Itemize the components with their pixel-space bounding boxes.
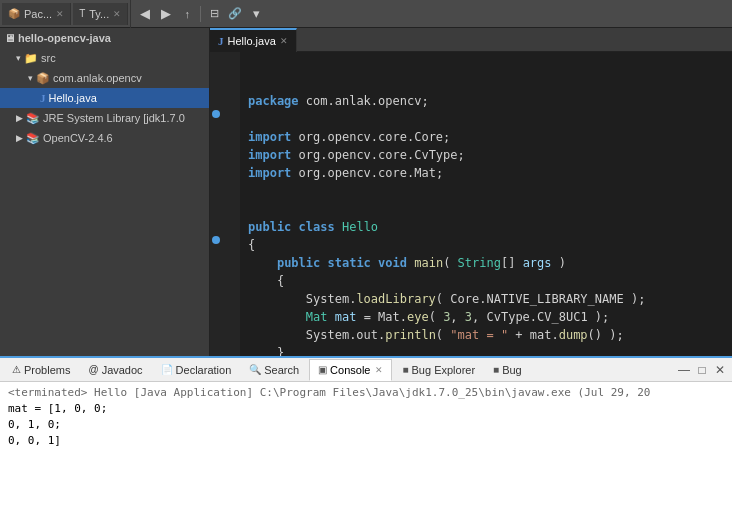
triangle-icon2: ▾ (28, 73, 33, 83)
triangle-icon3: ▶ (16, 113, 23, 123)
console-icon: ▣ (318, 364, 327, 375)
console-output-area: <terminated> Hello [Java Application] C:… (0, 382, 732, 511)
search-icon: 🔍 (249, 364, 261, 375)
code-content: package com.anlak.opencv; import org.ope… (210, 52, 732, 356)
maximize-console-button[interactable]: □ (694, 362, 710, 378)
breakpoint-dot-2 (212, 236, 220, 244)
javadoc-icon: @ (88, 364, 98, 375)
collapse-button[interactable]: ⊟ (204, 5, 224, 23)
jre-icon: 📚 (26, 112, 40, 125)
tab-search[interactable]: 🔍 Search (241, 359, 307, 381)
content-area: 🖥 hello-opencv-java ▾ 📁 src ▾ 📦 com.anla… (0, 28, 732, 356)
terminated-line: <terminated> Hello [Java Application] C:… (8, 386, 724, 399)
bug-icon: ■ (402, 364, 408, 375)
separator1 (200, 6, 201, 22)
tab-javadoc[interactable]: @ Javadoc (80, 359, 150, 381)
forward-button[interactable]: ▶ (156, 5, 176, 23)
editor-tab-bar: J Hello.java ✕ (210, 28, 732, 52)
close-console-button[interactable]: ✕ (712, 362, 728, 378)
declaration-icon: 📄 (161, 364, 173, 375)
panel-tab-type-hierarchy[interactable]: T Ty... ✕ (73, 3, 128, 25)
triangle-icon4: ▶ (16, 133, 23, 143)
tab-declaration[interactable]: 📄 Declaration (153, 359, 240, 381)
project-root[interactable]: 🖥 hello-opencv-java (0, 28, 209, 48)
package-item[interactable]: ▾ 📦 com.anlak.opencv (0, 68, 209, 88)
triangle-icon: ▾ (16, 53, 21, 63)
tab-problems[interactable]: ⚠ Problems (4, 359, 78, 381)
hello-java-tab[interactable]: J Hello.java ✕ (210, 28, 297, 52)
console-line-1: mat = [1, 0, 0; (8, 401, 724, 417)
close-icon[interactable]: ✕ (56, 9, 64, 19)
menu-button[interactable]: ▾ (246, 5, 266, 23)
opencv-library[interactable]: ▶ 📚 OpenCV-2.4.6 (0, 128, 209, 148)
code-editor[interactable]: package com.anlak.opencv; import org.ope… (210, 52, 732, 356)
bug2-icon: ■ (493, 364, 499, 375)
package-icon2: 📦 (36, 72, 50, 85)
project-icon: 🖥 (4, 32, 15, 44)
close-icon2[interactable]: ✕ (113, 9, 121, 19)
tab-console[interactable]: ▣ Console ✕ (309, 359, 392, 381)
link-button[interactable]: 🔗 (225, 5, 245, 23)
console-line-2: 0, 1, 0; (8, 417, 724, 433)
breakpoint-dot-1 (212, 110, 220, 118)
problems-icon: ⚠ (12, 364, 21, 375)
back-button[interactable]: ◀ (135, 5, 155, 23)
type-icon: T (79, 8, 85, 19)
console-line-3: 0, 0, 1] (8, 433, 724, 449)
up-button[interactable]: ↑ (177, 5, 197, 23)
bottom-panel: ⚠ Problems @ Javadoc 📄 Declaration 🔍 Sea… (0, 356, 732, 511)
jre-library[interactable]: ▶ 📚 JRE System Library [jdk1.7.0 (0, 108, 209, 128)
close-tab-icon[interactable]: ✕ (280, 36, 288, 46)
src-icon: 📁 (24, 52, 38, 65)
hello-java-file[interactable]: J Hello.java (0, 88, 209, 108)
tab-bug2[interactable]: ■ Bug (485, 359, 530, 381)
java-file-icon: J (218, 35, 224, 47)
java-icon: J (40, 92, 46, 104)
code-lines[interactable]: package com.anlak.opencv; import org.ope… (240, 52, 732, 356)
tab-bug-explorer[interactable]: ■ Bug Explorer (394, 359, 483, 381)
editor-panel: J Hello.java ✕ package com.anlak.opencv;… (210, 28, 732, 356)
src-folder[interactable]: ▾ 📁 src (0, 48, 209, 68)
package-icon: 📦 (8, 8, 20, 19)
line-gutter (210, 52, 240, 356)
panel-tab-package[interactable]: 📦 Pac... ✕ (2, 3, 71, 25)
sidebar: 🖥 hello-opencv-java ▾ 📁 src ▾ 📦 com.anla… (0, 28, 210, 356)
main-container: 📦 Pac... ✕ T Ty... ✕ ◀ ▶ ↑ ⊟ 🔗 ▾ 🖥 (0, 0, 732, 511)
bottom-tab-bar: ⚠ Problems @ Javadoc 📄 Declaration 🔍 Sea… (0, 358, 732, 382)
minimize-console-button[interactable]: — (676, 362, 692, 378)
console-close-icon[interactable]: ✕ (375, 365, 383, 375)
opencv-icon: 📚 (26, 132, 40, 145)
